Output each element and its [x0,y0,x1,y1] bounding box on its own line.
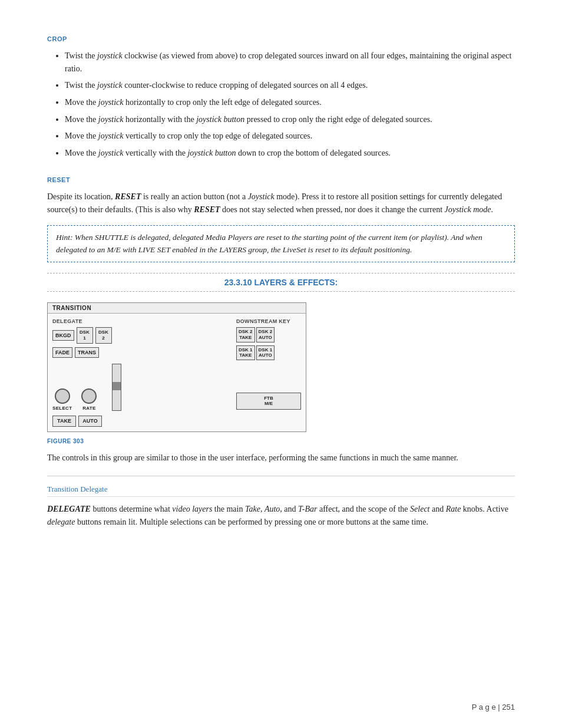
list-item: Twist the joystick counter-clockwise to … [65,79,515,92]
ftb-area: FTB M/E [236,363,301,410]
hint-content: Hint: When SHUTTLE is delegated, delegat… [56,233,482,254]
transition-delegate-heading: Transition Delegate [47,485,515,497]
select-label: SELECT [52,406,72,411]
page: CROP Twist the joystick clockwise (as vi… [0,0,562,728]
rate-knob-wrap: RATE [81,388,97,411]
italic-text: joystick [97,81,123,90]
dsk2-auto-button[interactable]: DSK 2 AUTO [256,327,275,342]
italic-text: Joystick [248,192,275,201]
chapter-heading-row: 23.3.10 LAYERS & EFFECTS: [47,273,515,292]
panel-title: TRANSITION [52,305,91,311]
trans-button[interactable]: TRANS [75,347,99,358]
panel-inner: DELEGATE BKGD DSK 1 DSK 2 FADE TRANS SEL… [48,314,306,431]
reset-heading: RESET [47,176,515,183]
delegate-paragraph: DELEGATE buttons determine what video la… [47,503,515,529]
ftb-me-button[interactable]: FTB M/E [236,393,301,410]
dsk1-pair: DSK 1 TAKE DSK 1 AUTO [236,345,301,360]
list-item: Move the joystick vertically with the jo… [65,147,515,160]
italic-text: Auto [265,505,280,513]
delegate-label: DELEGATE [52,318,230,324]
select-knob[interactable] [55,388,70,404]
auto-button[interactable]: AUTO [78,416,102,427]
transition-delegate-section: Transition Delegate DELEGATE buttons det… [47,485,515,529]
tbar-handle [113,382,121,390]
delegate-bold: DELEGATE [47,505,91,513]
figure-paragraph: The controls in this group are similar t… [47,452,515,465]
fade-button[interactable]: FADE [52,347,72,358]
dsk2-take-button[interactable]: DSK 2 TAKE [236,327,255,342]
italic-text: Joystick mode [445,205,491,214]
panel-right: DOWNSTREAM KEY DSK 2 TAKE DSK 2 AUTO DSK… [236,318,301,427]
select-knob-wrap: SELECT [52,388,72,411]
dsk2-button[interactable]: DSK 2 [95,327,112,343]
rate-knob[interactable] [81,388,97,404]
list-item: Move the joystick horizontally with the … [65,113,515,126]
dsk2-pair: DSK 2 TAKE DSK 2 AUTO [236,327,301,342]
transition-delegate-label: Transition Delegate [47,485,107,493]
italic-text: RESET [194,205,220,214]
list-item: Move the joystick horizontally to crop o… [65,96,515,109]
downstream-label: DOWNSTREAM KEY [236,318,301,324]
figure-label: FIGURE 303 [47,438,515,444]
crop-bullet-list: Twist the joystick clockwise (as viewed … [65,50,515,160]
transition-panel: TRANSITION DELEGATE BKGD DSK 1 DSK 2 FAD… [47,302,306,432]
italic-text: joystick [98,149,124,157]
knob-row: SELECT RATE [52,364,230,411]
fade-trans-row: FADE TRANS [52,347,230,358]
chapter-title: LAYERS & EFFECTS: [254,278,338,287]
crop-heading: CROP [47,35,515,42]
italic-text: joystick button [196,115,244,124]
section-divider [47,476,515,476]
reset-section: RESET Despite its location, RESET is rea… [47,176,515,263]
italic-text: RESET [115,192,141,201]
panel-title-bar: TRANSITION [48,303,306,314]
italic-text: joystick [98,98,124,107]
italic-text: joystick [98,131,124,140]
dsk1-button[interactable]: DSK 1 [77,327,93,343]
reset-paragraph: Despite its location, RESET is really an… [47,190,515,217]
panel-left: DELEGATE BKGD DSK 1 DSK 2 FADE TRANS SEL… [52,318,230,427]
italic-text: joystick [97,51,123,60]
delegate-btn-row: BKGD DSK 1 DSK 2 [52,327,230,343]
dsk1-take-button[interactable]: DSK 1 TAKE [236,345,255,360]
list-item: Twist the joystick clockwise (as viewed … [65,50,515,75]
italic-text: Take [245,505,260,513]
crop-section: CROP Twist the joystick clockwise (as vi… [47,35,515,160]
italic-text: video layers [172,505,212,513]
chapter-number: 23.3.10 [224,278,252,287]
tbar-wrap [112,364,121,411]
hint-box: Hint: When SHUTTLE is delegated, delegat… [47,225,515,263]
italic-text: T-Bar [298,505,317,513]
dsk1-auto-button[interactable]: DSK 1 AUTO [256,345,275,360]
hint-text: Hint: When SHUTTLE is delegated, delegat… [56,233,482,254]
bkgd-button[interactable]: BKGD [52,330,74,341]
page-footer: P a g e | 251 [472,703,515,711]
italic-text: joystick [98,115,124,124]
take-auto-row: TAKE AUTO [52,416,230,427]
tbar[interactable] [112,364,121,411]
italic-text: Rate [446,505,461,513]
list-item: Move the joystick vertically to crop onl… [65,130,515,143]
take-button[interactable]: TAKE [52,416,76,427]
italic-text: joystick button [187,149,236,157]
italic-text: Select [410,505,429,513]
italic-text: delegate [47,518,75,526]
rate-label: RATE [82,406,95,411]
